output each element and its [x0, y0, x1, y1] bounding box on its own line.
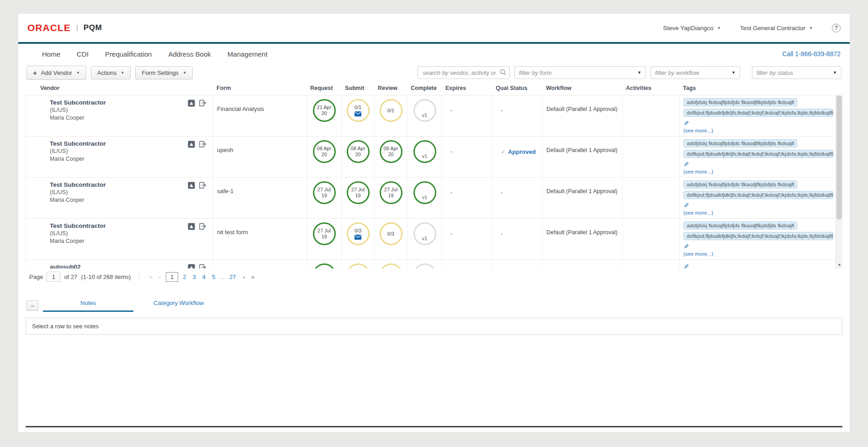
form-settings-button[interactable]: Form Settings ▼	[135, 66, 193, 79]
org-menu[interactable]: Test General Contractor ▼	[740, 25, 813, 32]
collapse-panel-button[interactable]: −	[26, 300, 38, 311]
user-menu[interactable]: Steve YapDiangco ▼	[663, 25, 721, 32]
edit-tags-icon[interactable]: ✎	[683, 243, 689, 250]
nav-item-address-book[interactable]: Address Book	[168, 50, 211, 58]
complete-status-circle[interactable]: v1	[413, 263, 436, 268]
edit-tags-icon[interactable]: ✎	[683, 263, 689, 268]
vendor-name-link[interactable]: Test Subcontractor	[50, 181, 209, 188]
search-input[interactable]	[418, 66, 510, 79]
last-page-button[interactable]: »	[250, 273, 256, 280]
cell-vendor: Test Subcontractor(IL/US)Maria Cooper	[26, 137, 213, 177]
page-number-input[interactable]	[47, 272, 60, 282]
tag-chip[interactable]: adsfjdskj fkdsajfljdsfjds flkasdjflkjdsf…	[683, 98, 797, 106]
column-header-workflow: Workflow	[542, 85, 622, 91]
page-link-4[interactable]: 4	[201, 273, 207, 280]
table-row[interactable]: autosub02(ON/CA)f_autosub02 l_autosub02b…	[26, 259, 835, 268]
request-status-circle[interactable]: 21 Apr20	[313, 99, 336, 122]
items-count-label: (1-10 of 268 items)	[81, 273, 131, 280]
page-link-5[interactable]: 5	[210, 273, 217, 280]
cell-qual-status: -	[492, 95, 542, 136]
next-page-button[interactable]: ›	[241, 273, 246, 280]
vendor-name-link[interactable]: Test Subcontractor	[50, 140, 209, 147]
vendor-name-link[interactable]: Test Subcontractor	[50, 222, 209, 229]
tag-chip[interactable]: dsflkjsd;fljdsalkfjdkljfs;lkdajf;lkdsjf;…	[683, 232, 833, 240]
complete-status-circle[interactable]: v1	[413, 99, 436, 122]
document-export-icon[interactable]	[199, 264, 206, 268]
tag-chip[interactable]: dsflkjsd;fljdsalkfjdkljfs;lkdajf;lkdsjf;…	[683, 109, 833, 117]
cell-request: 27 Jul19	[307, 219, 341, 259]
tag-chip[interactable]: adsfjdskj fkdsajfljdsfjds flkasdjflkjdsf…	[683, 139, 797, 147]
page-link-3[interactable]: 3	[191, 273, 197, 280]
submit-status-circle[interactable]: 08 Apr20	[347, 140, 370, 163]
nav-item-management[interactable]: Management	[228, 50, 268, 58]
cell-workflow: Default (Parallel 1 Approval)	[542, 219, 622, 259]
document-export-icon[interactable]	[199, 182, 206, 191]
scrollbar-thumb[interactable]	[836, 95, 842, 220]
filter-by-form-select[interactable]: filter by form ▼	[514, 66, 646, 79]
prev-page-button[interactable]: ‹	[158, 273, 162, 280]
table-row[interactable]: Test Subcontractor(IL/US)Maria Coopernit…	[26, 218, 835, 259]
edit-tags-icon[interactable]: ✎	[683, 202, 689, 209]
edit-tags-icon[interactable]: ✎	[683, 120, 689, 126]
cell-qual-status: -	[492, 260, 542, 268]
document-export-icon[interactable]	[199, 223, 206, 232]
see-more-link[interactable]: (see more...)	[683, 251, 833, 257]
submit-status-circle[interactable]: 0/1	[347, 99, 370, 122]
tag-chip[interactable]: adsfjdskj fkdsajfljdsfjds flkasdjflkjdsf…	[683, 221, 797, 230]
see-more-link[interactable]: (see more...)	[683, 128, 833, 133]
nav-item-cdi[interactable]: CDI	[77, 50, 89, 58]
qual-status-label[interactable]: Approved	[508, 148, 536, 155]
document-export-icon[interactable]	[199, 100, 206, 109]
page-link-2[interactable]: 2	[181, 273, 188, 280]
see-more-link[interactable]: (see more...)	[683, 210, 833, 216]
add-vendor-button[interactable]: + Add Vendor ▼	[26, 66, 86, 80]
filter-by-workflow-select[interactable]: filter by workflow ▼	[651, 66, 740, 79]
page-link-1[interactable]: 1	[166, 272, 178, 282]
call-link[interactable]: Call 1-866-839-8872	[782, 50, 841, 58]
page-link-27[interactable]: 27	[228, 273, 238, 280]
filter-by-status-select[interactable]: filter by status ▼	[752, 66, 842, 79]
request-status-circle[interactable]: 08 Apr20	[313, 140, 336, 163]
nav-item-prequalification[interactable]: Prequalification	[105, 50, 152, 58]
table-row[interactable]: Test Subcontractor(IL/US)Maria Cooperupe…	[26, 136, 835, 177]
report-icon[interactable]	[188, 141, 195, 150]
complete-status-circle[interactable]: v1	[413, 222, 436, 245]
review-status-circle[interactable]: 0/2	[380, 263, 402, 268]
cell-review: 0/2	[374, 260, 407, 268]
report-icon[interactable]	[188, 264, 195, 268]
request-status-circle[interactable]: 27 Jul19	[313, 222, 336, 245]
request-circle-text: 21 Apr	[317, 105, 332, 110]
submit-status-circle[interactable]: 0/3	[347, 222, 370, 245]
vendor-name-link[interactable]: Test Subcontractor	[50, 99, 209, 106]
first-page-button[interactable]: «	[148, 273, 153, 280]
nav-item-home[interactable]: Home	[42, 50, 60, 58]
actions-button[interactable]: Actions ▼	[91, 66, 131, 79]
see-more-link[interactable]: (see more...)	[683, 169, 833, 174]
tag-chip[interactable]: dsflkjsd;fljdsalkfjdkljfs;lkdajf;lkdsjf;…	[683, 150, 833, 158]
tab-category-workflow[interactable]: Category Workflow	[133, 297, 224, 312]
review-status-circle[interactable]: 0/3	[380, 222, 402, 245]
report-icon[interactable]	[188, 100, 195, 109]
submit-status-circle[interactable]: 27 Jul19	[347, 181, 370, 204]
table-row[interactable]: Test Subcontractor(IL/US)Maria Coopersaf…	[26, 177, 835, 218]
vertical-scrollbar[interactable]: ▼	[836, 95, 842, 268]
complete-status-circle[interactable]: v1	[413, 140, 436, 163]
tab-notes[interactable]: Notes	[43, 297, 133, 312]
table-row[interactable]: Test Subcontractor(IL/US)Maria CooperFin…	[26, 95, 835, 136]
review-status-circle[interactable]: 0/1	[380, 99, 402, 122]
tag-chip[interactable]: adsfjdskj fkdsajfljdsfjds flkasdjflkjdsf…	[683, 180, 797, 189]
vendor-name-link[interactable]: autosub02	[50, 263, 209, 268]
tag-chip[interactable]: dsflkjsd;fljdsalkfjdkljfs;lkdajf;lkdsjf;…	[683, 191, 833, 199]
scrollbar-down-arrow[interactable]: ▼	[836, 261, 842, 268]
review-status-circle[interactable]: 27 Jul19	[380, 181, 402, 204]
request-status-circle[interactable]: 01 Oct18	[313, 263, 336, 268]
complete-status-circle[interactable]: v1	[413, 181, 436, 204]
report-icon[interactable]	[188, 223, 195, 232]
report-icon[interactable]	[188, 182, 195, 191]
document-export-icon[interactable]	[199, 141, 206, 150]
submit-status-circle[interactable]: 0/2	[347, 263, 370, 268]
edit-tags-icon[interactable]: ✎	[683, 161, 689, 168]
review-status-circle[interactable]: 08 Apr20	[380, 140, 402, 163]
request-status-circle[interactable]: 27 Jul19	[313, 181, 336, 204]
help-icon[interactable]: ?	[832, 24, 841, 32]
